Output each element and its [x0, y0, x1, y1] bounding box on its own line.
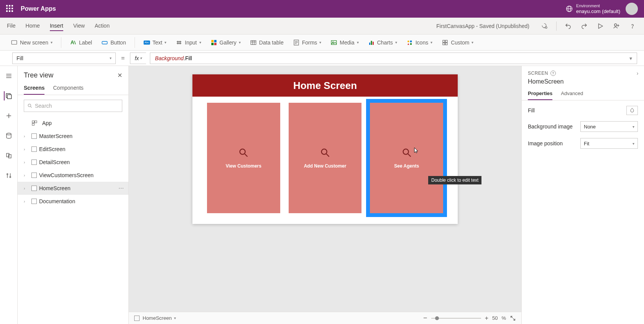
media-icon — [330, 39, 337, 46]
chevron-down-icon[interactable]: ▾ — [174, 316, 176, 320]
ribbon-datatable-label: Data table — [259, 39, 284, 46]
zoom-in-icon[interactable]: + — [485, 315, 488, 322]
tree-row[interactable]: ›ViewCustomersScreen — [18, 169, 128, 182]
ribbon-custom[interactable]: Custom▾ — [438, 38, 477, 48]
environment-picker[interactable]: Environment enayu.com (default) — [565, 3, 620, 15]
tab-components[interactable]: Components — [53, 82, 83, 95]
play-icon[interactable] — [596, 21, 605, 31]
ribbon-forms[interactable]: Forms▾ — [289, 38, 325, 48]
property-select[interactable]: Fill▾ — [12, 53, 116, 64]
ribbon-button[interactable]: Button — [97, 38, 130, 48]
zoom-slider[interactable] — [431, 318, 481, 319]
formula-input[interactable]: Background.Fill ▾ — [150, 53, 637, 64]
screen-preview[interactable]: Home Screen View Customers Add New Custo… — [192, 74, 458, 224]
svg-line-70 — [511, 316, 513, 318]
img-pos-select[interactable]: Fit▾ — [580, 138, 638, 149]
ribbon-gallery[interactable]: Gallery▾ — [207, 38, 245, 48]
svg-rect-20 — [211, 40, 214, 42]
ribbon-data-table[interactable]: Data table — [246, 38, 288, 48]
svg-rect-38 — [410, 40, 412, 42]
fill-color-picker[interactable] — [626, 106, 638, 115]
chevron-right-icon[interactable]: › — [637, 70, 639, 76]
ribbon-label[interactable]: Label — [66, 38, 96, 48]
tree-row[interactable]: ›HomeScreen⋯ — [18, 182, 128, 195]
fx-button[interactable]: fx▾ — [130, 53, 146, 64]
tree-row[interactable]: ›MasterScreen — [18, 130, 128, 143]
ribbon-text[interactable]: AbcText▾ — [140, 38, 171, 48]
ribbon-input[interactable]: Input▾ — [172, 38, 205, 48]
app-checker-icon[interactable] — [540, 21, 549, 31]
share-icon[interactable] — [612, 21, 621, 31]
hamburger-icon[interactable] — [4, 71, 13, 81]
custom-icon — [442, 39, 449, 46]
formula-prop: Fill — [185, 55, 192, 61]
ribbon-media-label: Media — [340, 39, 354, 46]
insert-rail-icon[interactable] — [4, 111, 13, 120]
tab-advanced[interactable]: Advanced — [561, 89, 583, 100]
tree-item-label: MasterScreen — [39, 133, 72, 139]
media-rail-icon[interactable] — [4, 151, 13, 160]
ribbon-media[interactable]: Media▾ — [327, 38, 362, 48]
data-rail-icon[interactable] — [4, 131, 13, 140]
card-add-customer[interactable]: Add New Customer — [289, 103, 362, 213]
formula-expand-icon[interactable]: ▾ — [629, 55, 632, 61]
menu-action[interactable]: Action — [95, 21, 110, 31]
svg-line-11 — [74, 41, 76, 44]
fit-screen-icon[interactable] — [510, 315, 516, 321]
app-launcher-icon[interactable] — [6, 5, 14, 13]
img-pos-value: Fit — [584, 141, 589, 146]
tree-row[interactable]: ›Documentation — [18, 195, 128, 208]
screen-icon — [11, 39, 18, 46]
tab-properties[interactable]: Properties — [528, 89, 552, 100]
avatar[interactable] — [626, 3, 638, 15]
ribbon-new-screen[interactable]: New screen▾ — [7, 38, 56, 48]
tree-item-label: HomeScreen — [39, 185, 71, 191]
menu-file[interactable]: File — [7, 21, 16, 31]
close-icon[interactable]: ✕ — [117, 72, 122, 79]
screen-icon — [31, 160, 37, 165]
tab-screens[interactable]: Screens — [24, 82, 44, 95]
card-label: View Customers — [226, 163, 261, 169]
main-area: Tree view ✕ Screens Components Search Ap… — [0, 66, 644, 324]
svg-point-57 — [10, 176, 11, 178]
tree-panel: Tree view ✕ Screens Components Search Ap… — [18, 66, 129, 324]
screen-icon — [31, 133, 37, 139]
cursor-icon — [414, 147, 419, 153]
tree-app-label: App — [42, 120, 52, 126]
svg-rect-63 — [32, 123, 34, 125]
globe-icon — [565, 5, 573, 13]
menu-view[interactable]: View — [73, 21, 85, 31]
menu-home[interactable]: Home — [26, 21, 40, 31]
screen-icon — [31, 199, 37, 204]
divider — [61, 37, 61, 48]
undo-icon[interactable] — [564, 21, 573, 31]
status-screen-name[interactable]: HomeScreen — [143, 315, 172, 321]
insert-ribbon: New screen▾ Label Button AbcText▾ Input▾… — [0, 35, 644, 51]
tree-item-label: ViewCustomersScreen — [39, 172, 94, 178]
more-icon[interactable]: ⋯ — [118, 185, 125, 191]
tree-search-input[interactable]: Search — [24, 100, 122, 112]
svg-rect-9 — [12, 40, 17, 44]
tree-row-app[interactable]: App — [18, 117, 128, 130]
ribbon-icons[interactable]: Icons▾ — [402, 38, 436, 48]
canvas-area[interactable]: Home Screen View Customers Add New Custo… — [129, 66, 521, 324]
bg-image-select[interactable]: None▾ — [580, 121, 638, 132]
card-see-agents[interactable]: See Agents — [370, 103, 443, 213]
tree-view-rail-icon[interactable] — [4, 91, 13, 100]
tree-row[interactable]: ›EditScreen — [18, 143, 128, 156]
divider — [556, 21, 557, 31]
menu-insert[interactable]: Insert — [50, 21, 63, 31]
tree-row[interactable]: ›DetailScreen — [18, 156, 128, 169]
card-label: See Agents — [394, 163, 419, 169]
svg-point-8 — [632, 27, 632, 28]
svg-rect-49 — [7, 95, 12, 99]
bg-image-value: None — [584, 124, 596, 130]
help-icon[interactable] — [628, 21, 637, 31]
zoom-out-icon[interactable]: − — [423, 314, 427, 322]
screen-icon — [31, 186, 37, 191]
tools-rail-icon[interactable] — [4, 171, 13, 180]
help-icon[interactable]: ? — [550, 71, 556, 76]
card-view-customers[interactable]: View Customers — [207, 103, 280, 213]
ribbon-charts[interactable]: Charts▾ — [364, 38, 401, 48]
redo-icon[interactable] — [580, 21, 589, 31]
